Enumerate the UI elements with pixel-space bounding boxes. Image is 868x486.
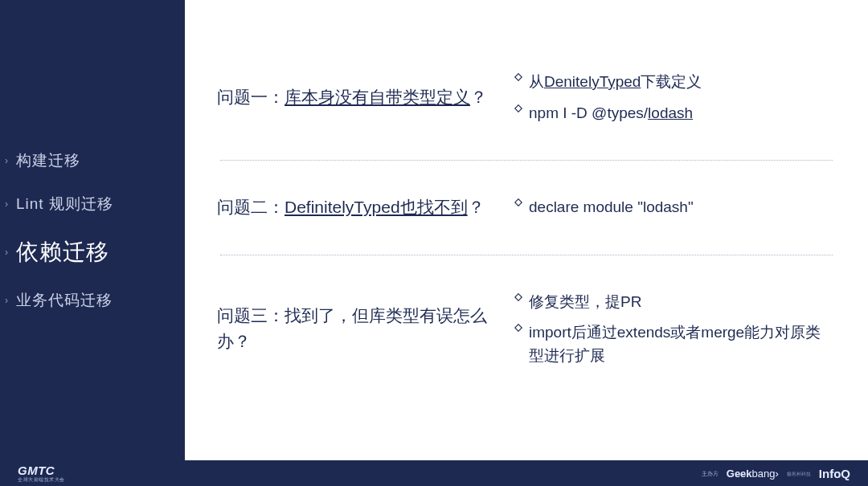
svg-rect-4 xyxy=(515,325,522,331)
answer-text: declare module "lodash" xyxy=(529,196,694,219)
question-text: 问题一：库本身没有自带类型定义？ xyxy=(217,84,498,111)
diamond-bullet-icon xyxy=(514,198,529,206)
answer-item: 修复类型，提PR xyxy=(514,291,836,314)
answer-text: npm I -D @types/lodash xyxy=(529,102,693,125)
qa-section: 问题二：DefinitelyTyped也找不到？ declare module … xyxy=(217,161,836,255)
nav-item-dependency[interactable]: › 依赖迁移 xyxy=(5,237,177,268)
answer-list: declare module "lodash" xyxy=(498,188,836,227)
logo-text: GMTC xyxy=(18,464,65,476)
brand-infoq: InfoQ xyxy=(819,467,850,480)
diamond-bullet-icon xyxy=(514,104,529,112)
chevron-right-icon: › xyxy=(5,155,16,166)
host-sub-block: 极客邦科技 xyxy=(787,471,811,476)
svg-rect-1 xyxy=(515,104,522,111)
chevron-right-icon: › xyxy=(5,295,16,306)
chevron-right-icon: › xyxy=(5,198,16,210)
question-text: 问题三：找到了，但库类型有误怎么办？ xyxy=(217,303,498,355)
host-label: 主办方 xyxy=(702,471,719,476)
qa-section: 问题一：库本身没有自带类型定义？ 从DenitelyTyped下载定义 npm … xyxy=(217,35,836,160)
footer-logo: GMTC 全球大前端技术大会 xyxy=(18,464,65,482)
answer-text: import后通过extends或者merge能力对原类型进行扩展 xyxy=(529,321,836,367)
answer-list: 从DenitelyTyped下载定义 npm I -D @types/lodas… xyxy=(498,63,836,133)
answer-item: npm I -D @types/lodash xyxy=(514,102,836,125)
content-area: 问题一：库本身没有自带类型定义？ 从DenitelyTyped下载定义 npm … xyxy=(185,0,868,460)
nav-item-lint[interactable]: › Lint 规则迁移 xyxy=(5,194,177,214)
answer-item: 从DenitelyTyped下载定义 xyxy=(514,71,836,94)
diamond-bullet-icon xyxy=(514,324,529,332)
chevron-right-icon: › xyxy=(5,247,16,258)
nav-item-business[interactable]: › 业务代码迁移 xyxy=(5,290,177,311)
nav-item-build[interactable]: › 构建迁移 xyxy=(5,150,177,171)
qa-section: 问题三：找到了，但库类型有误怎么办？ 修复类型，提PR import后通过ext… xyxy=(217,255,836,403)
nav-label: 构建迁移 xyxy=(16,150,80,171)
nav-label: Lint 规则迁移 xyxy=(16,194,113,214)
sidebar: › 构建迁移 › Lint 规则迁移 › 依赖迁移 › 业务代码迁移 xyxy=(0,0,185,460)
footer: GMTC 全球大前端技术大会 主办方 Geekbang› 极客邦科技 InfoQ xyxy=(0,460,868,486)
svg-rect-0 xyxy=(515,74,522,80)
nav-label: 业务代码迁移 xyxy=(16,290,113,311)
host-label-block: 主办方 xyxy=(702,471,719,476)
diamond-bullet-icon xyxy=(514,73,529,81)
answer-text: 修复类型，提PR xyxy=(529,291,641,314)
answer-item: import后通过extends或者merge能力对原类型进行扩展 xyxy=(514,321,836,367)
svg-rect-2 xyxy=(515,199,522,206)
footer-right: 主办方 Geekbang› 极客邦科技 InfoQ xyxy=(702,467,850,480)
brand-geekbang: Geekbang› xyxy=(727,468,779,480)
host-sub: 极客邦科技 xyxy=(787,472,811,476)
logo-subtext: 全球大前端技术大会 xyxy=(18,477,65,482)
nav-label: 依赖迁移 xyxy=(16,237,109,268)
answer-item: declare module "lodash" xyxy=(514,196,836,219)
svg-rect-3 xyxy=(515,293,522,300)
diamond-bullet-icon xyxy=(514,293,529,301)
question-text: 问题二：DefinitelyTyped也找不到？ xyxy=(217,194,498,221)
answer-text: 从DenitelyTyped下载定义 xyxy=(529,71,702,94)
answer-list: 修复类型，提PR import后通过extends或者merge能力对原类型进行… xyxy=(498,283,836,376)
